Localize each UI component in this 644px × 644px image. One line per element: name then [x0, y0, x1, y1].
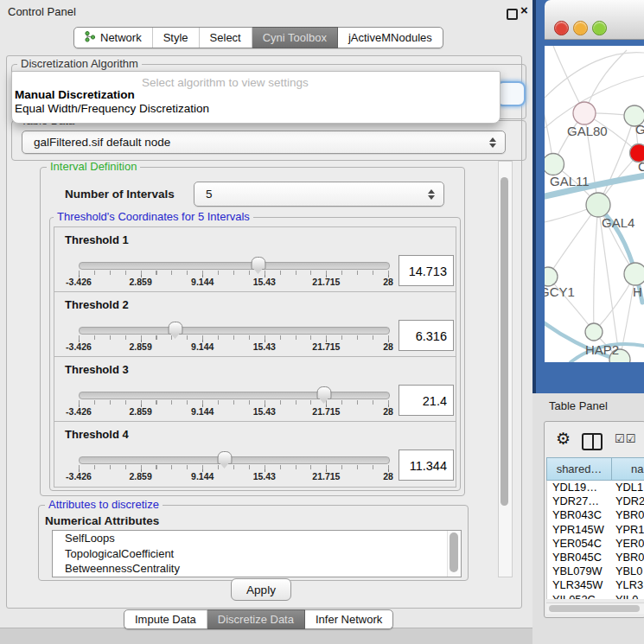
- node-label-gcy1: GCY1: [545, 284, 575, 299]
- node-gal80[interactable]: [573, 102, 596, 124]
- node-label-hap2: HAP2: [585, 342, 619, 357]
- attributes-scrollbar-thumb[interactable]: [450, 532, 458, 572]
- threshold-3-value-field[interactable]: 21.4: [399, 385, 454, 416]
- node-hap2[interactable]: [585, 323, 603, 341]
- table-horizontal-scrollbar[interactable]: [546, 603, 644, 614]
- tab-impute-data[interactable]: Impute Data: [124, 610, 207, 628]
- discretization-algorithm-group-title: Discretization Algorithm: [17, 58, 142, 70]
- tab-discretize-data[interactable]: Discretize Data: [207, 609, 305, 629]
- attribute-item[interactable]: SelfLoops: [53, 531, 461, 546]
- columns-icon[interactable]: [582, 433, 603, 450]
- algorithm-dropdown-popup: Select algorithm to view settings Manual…: [11, 71, 501, 124]
- slider-minor-ticks: [79, 271, 389, 275]
- threshold-2-slider-thumb[interactable]: [168, 322, 182, 335]
- threshold-4-label: Threshold 4: [65, 428, 129, 441]
- threshold-1-slider[interactable]: [79, 262, 390, 270]
- tick-label: 15.43: [253, 341, 276, 352]
- table-row[interactable]: YER054CYER0: [547, 537, 644, 551]
- tab-select[interactable]: Select: [200, 28, 252, 48]
- table-row[interactable]: YLR345WYLR3: [547, 578, 644, 592]
- tick-label: 28: [383, 471, 393, 481]
- tab-style[interactable]: Style: [153, 28, 200, 48]
- table-row[interactable]: YPR145WYPR1: [547, 523, 644, 537]
- tick-label: -3.426: [66, 341, 92, 352]
- table-panel: Table Panel ⚙ ☑☑ shared… na YDL19…YDL1YD…: [532, 393, 644, 644]
- table-row[interactable]: YBR045CYBR0: [547, 551, 644, 564]
- attribute-item[interactable]: BetweennessCentrality: [53, 561, 461, 577]
- close-icon[interactable]: ×: [520, 3, 528, 17]
- control-panel-window: Control Panel × Network Style Select Cyn: [0, 0, 533, 628]
- table-row[interactable]: YDR27…YDR2: [547, 494, 644, 508]
- tab-infer-network[interactable]: Infer Network: [305, 610, 392, 628]
- float-window-icon[interactable]: [507, 9, 518, 20]
- attribute-item[interactable]: TopologicalCoefficient: [53, 546, 461, 562]
- table-row[interactable]: YIL052CYIL0: [547, 593, 644, 600]
- table-data-value: galFiltered.sif default node: [22, 136, 170, 149]
- node-label-gal11: GAL11: [550, 174, 590, 188]
- close-traffic-light-icon[interactable]: [554, 21, 569, 35]
- tick-label: 15.43: [253, 277, 276, 287]
- slider-tick-labels: -3.4262.8599.14415.4321.71528: [79, 406, 388, 417]
- select-columns-icons[interactable]: ☑☑: [615, 432, 636, 445]
- numerical-attributes-list[interactable]: SelfLoopsTopologicalCoefficientBetweenne…: [52, 530, 462, 577]
- settings-scrollbar[interactable]: [498, 161, 513, 577]
- gear-icon[interactable]: ⚙: [556, 430, 571, 447]
- dropdown-option-manual-discretization[interactable]: Manual Discretization: [15, 88, 135, 101]
- tick-label: 21.715: [312, 406, 340, 417]
- threshold-3-slider[interactable]: [79, 392, 390, 399]
- threshold-4-slider[interactable]: [79, 456, 390, 464]
- tab-label: Network: [100, 31, 142, 44]
- tick-label: 28: [383, 277, 393, 287]
- network-graph: GAL80 GA C GAL11 GAL4 GCY1 H HAP2: [545, 46, 644, 362]
- window-title: Control Panel: [8, 5, 76, 18]
- tick-label: 2.859: [129, 471, 151, 481]
- threshold-1-value-field[interactable]: 14.713: [399, 255, 454, 286]
- threshold-3-label: Threshold 3: [65, 363, 129, 376]
- threshold-1-slider-thumb[interactable]: [251, 257, 265, 270]
- threshold-3-slider-thumb[interactable]: [316, 386, 331, 399]
- table-hscrollbar-thumb[interactable]: [549, 605, 640, 612]
- apply-button[interactable]: Apply: [231, 578, 291, 601]
- number-of-intervals-combobox[interactable]: 5: [194, 182, 444, 207]
- column-header-name[interactable]: na: [612, 457, 644, 481]
- tick-label: 2.859: [129, 341, 151, 352]
- minimize-traffic-light-icon[interactable]: [573, 21, 588, 35]
- node-gcy1[interactable]: [545, 267, 558, 286]
- node-gal11[interactable]: [545, 154, 564, 175]
- table-data-combobox[interactable]: galFiltered.sif default node: [22, 131, 506, 154]
- attributes-list-scrollbar[interactable]: [447, 531, 461, 577]
- zoom-traffic-light-icon[interactable]: [592, 21, 607, 35]
- settings-scrollbar-thumb[interactable]: [501, 177, 508, 506]
- tab-jactivemnodules[interactable]: jActiveMNodules: [338, 28, 443, 48]
- threshold-2-label: Threshold 2: [65, 298, 129, 311]
- table-rows: YDL19…YDL1YDR27…YDR2YBR043CYBR0YPR145WYP…: [546, 481, 644, 599]
- table-row[interactable]: YDL19…YDL1: [547, 481, 644, 494]
- algorithm-combobox-focused[interactable]: [496, 81, 526, 106]
- column-header-shared-name[interactable]: shared…: [546, 457, 612, 481]
- table-row[interactable]: YBR043CYBR0: [547, 508, 644, 522]
- node-label-h: H: [633, 284, 642, 299]
- slider-tick-labels: -3.4262.8599.14415.4321.71528: [79, 341, 388, 352]
- table-row[interactable]: YBL079WYBL0: [547, 564, 644, 578]
- table-panel-box: ⚙ ☑☑ shared… na YDL19…YDL1YDR27…YDR2YBR0…: [544, 421, 644, 618]
- threshold-4-slider-thumb[interactable]: [218, 451, 233, 464]
- threshold-2-value-field[interactable]: 6.316: [399, 320, 454, 351]
- network-canvas[interactable]: GAL80 GA C GAL11 GAL4 GCY1 H HAP2: [545, 46, 644, 362]
- combo-arrows-icon: [489, 137, 497, 148]
- number-of-intervals-label: Number of Intervals: [65, 188, 175, 201]
- tick-label: 9.144: [191, 406, 214, 417]
- node-h[interactable]: [624, 263, 644, 285]
- threshold-4-value-field[interactable]: 11.344: [399, 450, 454, 481]
- dropdown-option-equal-width-frequency[interactable]: Equal Width/Frequency Discretization: [15, 102, 209, 115]
- tab-cyni-toolbox[interactable]: Cyni Toolbox: [252, 27, 338, 48]
- combo-arrows-icon: [428, 189, 436, 200]
- threshold-1-label: Threshold 1: [65, 233, 129, 246]
- threshold-2-slider[interactable]: [79, 327, 390, 335]
- slider-tick-labels: -3.4262.8599.14415.4321.71528: [79, 277, 388, 287]
- node-gal4[interactable]: [586, 193, 610, 217]
- node-label-partial-top: GA: [635, 122, 644, 137]
- tick-label: -3.426: [66, 277, 92, 287]
- threshold-3-block: Threshold 3 -3.4262.8599.14415.4321.7152…: [54, 356, 456, 423]
- tab-network[interactable]: Network: [74, 28, 153, 48]
- number-of-intervals-value: 5: [194, 188, 213, 201]
